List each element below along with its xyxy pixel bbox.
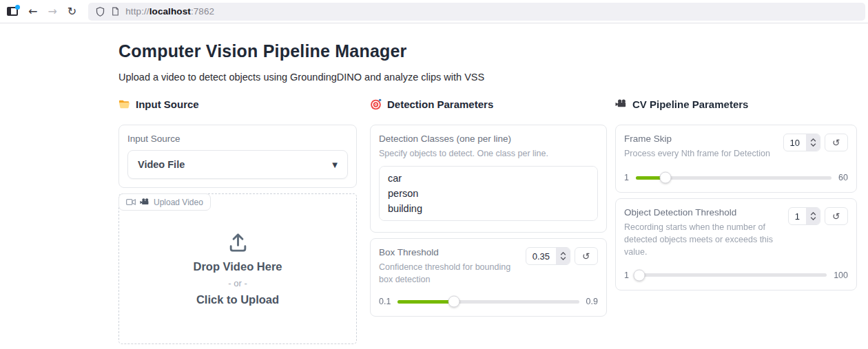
number-spinner[interactable] (806, 208, 820, 224)
app-page: Computer Vision Pipeline Manager Upload … (0, 23, 868, 344)
box-threshold-slider-row: 0.1 0.9 (379, 295, 598, 308)
upload-icon (227, 232, 249, 253)
chevron-up-icon (560, 252, 566, 255)
object-threshold-value: 1 (789, 208, 806, 224)
click-to-upload-text[interactable]: Click to Upload (196, 293, 279, 306)
chevron-down-icon (810, 143, 816, 147)
folder-icon (118, 98, 130, 110)
video-camera-icon (140, 198, 149, 207)
drop-video-text: Drop Video Here (194, 260, 282, 273)
upload-video-tab-label: Upload Video (154, 198, 203, 207)
shield-icon[interactable] (95, 6, 105, 17)
target-icon (370, 98, 382, 110)
slider-max-label: 100 (834, 271, 848, 280)
object-threshold-card: Object Detection Threshold Recording sta… (615, 198, 857, 290)
frame-skip-info: Process every Nth frame for Detection (624, 147, 776, 160)
box-threshold-label: Box Threshold (379, 247, 519, 257)
number-spinner[interactable] (556, 248, 570, 264)
slider-min-label: 0.1 (379, 297, 391, 306)
chevron-up-icon (810, 212, 816, 215)
frame-skip-number-input[interactable]: 10 (783, 134, 820, 151)
slider-fill (397, 300, 454, 304)
input-source-dropdown[interactable]: Video File ▼ (127, 150, 348, 179)
reset-button[interactable]: ↺ (825, 134, 848, 151)
undo-icon: ↺ (832, 137, 840, 148)
back-button[interactable]: ← (28, 6, 37, 17)
detection-classes-input[interactable]: car person building (379, 166, 598, 221)
page-subtitle: Upload a video to detect objects using G… (118, 72, 857, 83)
notification-dot (15, 5, 20, 10)
box-threshold-value: 0.35 (526, 248, 556, 264)
input-source-column: Input Source Input Source Video File ▼ U… (118, 96, 357, 344)
detection-parameters-column: Detection Parameters Detection Classes (… (370, 96, 607, 344)
chevron-up-icon (810, 138, 816, 142)
undo-icon: ↺ (832, 211, 840, 222)
chevron-down-icon: ▼ (332, 161, 338, 169)
frame-skip-slider-row: 1 60 (624, 171, 848, 184)
detection-classes-card: Detection Classes (one per line) Specify… (370, 125, 607, 233)
slider-max-label: 60 (838, 173, 848, 182)
detection-classes-info: Specify objects to detect. One class per… (379, 147, 598, 160)
slider-handle[interactable] (634, 269, 645, 281)
url-bar[interactable]: http://localhost:7862 (88, 3, 865, 21)
input-source-card: Input Source Video File ▼ (118, 125, 357, 188)
slider-handle[interactable] (659, 172, 671, 184)
movie-camera-icon (615, 98, 627, 110)
slider-min-label: 1 (624, 173, 629, 182)
page-title: Computer Vision Pipeline Manager (118, 41, 857, 61)
detection-classes-label: Detection Classes (one per line) (379, 134, 598, 144)
frame-skip-value: 10 (784, 134, 806, 151)
box-threshold-info: Confidence threshold for bounding box de… (379, 261, 519, 286)
box-threshold-card: Box Threshold Confidence threshold for b… (370, 238, 607, 317)
number-spinner[interactable] (806, 134, 820, 151)
reset-button[interactable]: ↺ (825, 207, 848, 225)
slider-handle[interactable] (448, 296, 459, 308)
frame-skip-slider[interactable] (636, 176, 831, 180)
reload-button[interactable]: ↻ (68, 6, 76, 17)
input-source-label: Input Source (127, 134, 348, 144)
chevron-down-icon (810, 217, 816, 220)
webcam-icon (126, 198, 136, 206)
cv-pipeline-header: CV Pipeline Parameters (615, 96, 857, 112)
sidebar-tab-icon[interactable] (7, 7, 18, 16)
object-threshold-info: Recording starts when the number of dete… (624, 221, 781, 258)
box-threshold-number-input[interactable]: 0.35 (526, 247, 570, 265)
object-threshold-slider[interactable] (636, 273, 827, 277)
cv-pipeline-column: CV Pipeline Parameters Frame Skip Proces… (615, 96, 857, 344)
or-text: - or - (228, 278, 247, 288)
object-threshold-slider-row: 1 100 (624, 269, 848, 282)
undo-icon: ↺ (582, 251, 590, 262)
object-threshold-label: Object Detection Threshold (624, 207, 781, 218)
slider-min-label: 1 (624, 271, 629, 280)
upload-video-tab[interactable]: Upload Video (118, 193, 211, 211)
page-info-icon[interactable] (111, 6, 120, 17)
frame-skip-label: Frame Skip (624, 134, 776, 144)
input-source-header: Input Source (118, 96, 357, 112)
chevron-down-icon (560, 257, 566, 260)
url-text: http://localhost:7862 (125, 6, 214, 17)
slider-max-label: 0.9 (586, 297, 598, 306)
frame-skip-card: Frame Skip Process every Nth frame for D… (615, 125, 857, 193)
reset-button[interactable]: ↺ (575, 247, 598, 265)
video-upload-dropzone[interactable]: Upload Video Drop Video Here - or - Clic… (118, 193, 357, 344)
forward-button[interactable]: → (48, 6, 56, 17)
browser-chrome: ← → ↻ http://localhost:7862 (0, 0, 868, 23)
dropdown-value: Video File (138, 159, 185, 170)
object-threshold-number-input[interactable]: 1 (788, 207, 820, 225)
box-threshold-slider[interactable] (397, 300, 579, 304)
detection-parameters-header: Detection Parameters (370, 96, 607, 112)
